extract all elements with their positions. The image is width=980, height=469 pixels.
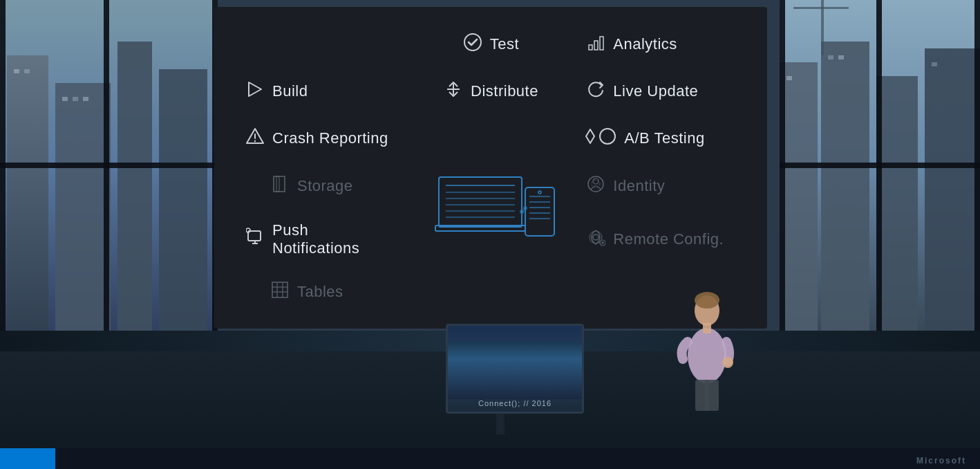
- svg-rect-84: [705, 380, 719, 411]
- bottom-accent-blue: [0, 448, 55, 469]
- identity-label: Identity: [613, 177, 665, 195]
- svg-rect-81: [703, 323, 711, 333]
- distribute-label: Distribute: [471, 82, 538, 100]
- svg-rect-55: [272, 282, 288, 297]
- svg-rect-30: [589, 45, 592, 50]
- city-background-right: [780, 0, 980, 332]
- svg-rect-8: [73, 97, 78, 101]
- feature-ab-testing: A/B Testing: [576, 115, 746, 162]
- tables-icon: [270, 281, 290, 303]
- feature-storage: Storage: [235, 162, 406, 209]
- crash-label: Crash Reporting: [272, 129, 388, 147]
- storage-label: Storage: [297, 177, 353, 195]
- svg-rect-3: [117, 42, 152, 332]
- test-icon: [462, 33, 483, 56]
- svg-rect-16: [821, 42, 869, 332]
- svg-point-40: [600, 129, 615, 144]
- svg-point-85: [695, 292, 719, 309]
- ab-testing-icon: [585, 127, 617, 150]
- svg-rect-22: [932, 62, 937, 66]
- svg-rect-24: [793, 7, 849, 9]
- feature-identity: Identity: [576, 162, 746, 209]
- feature-distribute: Distribute: [433, 68, 548, 115]
- svg-rect-18: [925, 48, 980, 332]
- live-update-label: Live Update: [613, 82, 698, 100]
- svg-point-70: [538, 191, 541, 194]
- bottom-bar: Microsoft: [0, 448, 980, 469]
- svg-rect-46: [248, 231, 261, 241]
- stage-monitor-event-text: Connect(); // 2016: [478, 399, 552, 407]
- crash-icon: [245, 127, 265, 150]
- svg-point-82: [722, 357, 733, 368]
- stage-monitor-screen: Connect(); // 2016: [448, 326, 582, 412]
- svg-point-44: [593, 178, 599, 184]
- svg-rect-5: [14, 69, 19, 73]
- distribute-icon: [443, 80, 464, 103]
- svg-rect-4: [159, 69, 207, 332]
- push-label: Push Notifications: [272, 221, 396, 257]
- test-label: Test: [490, 35, 519, 53]
- feature-push-notifications: Push Notifications: [235, 210, 406, 269]
- microsoft-logo: Microsoft: [916, 456, 966, 466]
- feature-tables: Tables: [235, 269, 406, 315]
- svg-point-29: [464, 34, 481, 50]
- svg-rect-28: [780, 163, 980, 168]
- feature-live-update: Live Update: [576, 68, 746, 115]
- remote-config-label: Remote Config.: [613, 230, 724, 248]
- analytics-icon: [585, 33, 606, 56]
- svg-rect-13: [0, 163, 218, 168]
- svg-rect-42: [276, 176, 279, 192]
- svg-rect-15: [780, 62, 818, 332]
- ab-testing-label: A/B Testing: [624, 129, 704, 147]
- center-device-illustration: [406, 115, 576, 315]
- svg-point-78: [523, 206, 527, 210]
- svg-rect-69: [525, 187, 554, 236]
- svg-rect-31: [594, 41, 598, 50]
- speaker-figure: [662, 252, 752, 414]
- svg-rect-20: [828, 55, 833, 59]
- svg-point-79: [688, 328, 726, 383]
- live-update-icon: [585, 80, 606, 103]
- svg-rect-61: [439, 177, 522, 227]
- svg-rect-32: [600, 37, 603, 50]
- svg-point-50: [593, 234, 599, 240]
- svg-point-38: [254, 140, 256, 142]
- analytics-label: Analytics: [613, 35, 677, 53]
- svg-rect-9: [83, 97, 88, 101]
- stage-monitor-stand: [496, 414, 505, 434]
- build-icon: [245, 80, 265, 103]
- stage-monitor: Connect(); // 2016: [446, 324, 584, 414]
- svg-rect-17: [876, 76, 918, 332]
- svg-rect-21: [838, 55, 844, 59]
- identity-icon: [585, 174, 606, 198]
- svg-marker-33: [249, 82, 261, 96]
- remote-config-icon: [585, 228, 606, 251]
- svg-rect-1: [7, 55, 48, 332]
- build-label: Build: [272, 82, 308, 100]
- svg-marker-39: [586, 129, 594, 143]
- storage-icon: [270, 174, 290, 198]
- tables-label: Tables: [297, 283, 343, 301]
- push-icon: [245, 228, 265, 251]
- svg-rect-19: [786, 76, 792, 80]
- svg-rect-6: [24, 69, 30, 73]
- svg-rect-7: [62, 97, 68, 101]
- feature-test: Test: [453, 21, 529, 68]
- svg-point-77: [520, 210, 524, 214]
- feature-build: Build: [235, 68, 406, 115]
- svg-rect-2: [55, 83, 111, 332]
- city-background-left: [0, 0, 218, 332]
- devices-svg: [415, 156, 567, 274]
- feature-analytics: Analytics: [576, 21, 746, 68]
- feature-crash-reporting: Crash Reporting: [235, 115, 406, 162]
